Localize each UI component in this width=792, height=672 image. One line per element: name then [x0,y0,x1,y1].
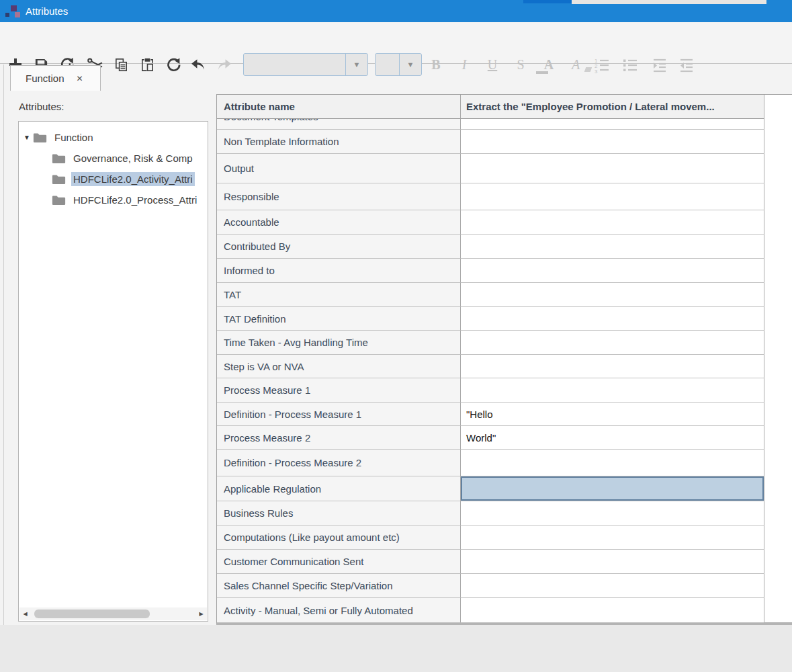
attribute-name-cell[interactable]: Contributed By [217,235,461,259]
font-size-select[interactable]: ▼ [375,53,422,76]
tab-function[interactable]: Function ✕ [10,65,101,91]
attributes-window: Attributes [0,0,792,672]
scroll-right-icon[interactable]: ▶ [195,607,207,620]
attribute-value-cell[interactable] [461,119,764,130]
attribute-name-cell[interactable]: Business Rules [217,501,461,526]
tree-item-governance[interactable]: Governance, Risk & Comp [19,148,208,169]
undo-button[interactable] [187,54,208,75]
attribute-value-cell[interactable] [461,210,764,235]
bold-button[interactable]: B [425,53,447,76]
table-row-selected: Applicable Regulation [217,476,764,501]
tab-label: Function [26,73,64,84]
table-row: Sales Channel Specific Step/Variation [217,574,764,598]
table-row: Customer Communication Sent [217,550,764,574]
attribute-name-cell[interactable]: Process Measure 1 [217,378,461,403]
attribute-value-cell[interactable] [461,501,764,526]
folder-icon [52,153,66,164]
strikethrough-button[interactable]: S [509,53,532,76]
attribute-value-cell[interactable] [461,183,764,210]
tree-horizontal-scrollbar[interactable]: ◀ ▶ [19,607,207,620]
attribute-name-cell[interactable]: Process Measure 2 [217,426,461,450]
redo-button[interactable] [214,54,235,75]
attribute-value-cell[interactable] [461,598,764,623]
attribute-name-cell[interactable]: Document Templates [217,119,461,130]
paste-icon [140,57,155,73]
indent-icon [652,57,668,73]
attribute-name-cell[interactable]: Computations (Like payout amount etc) [217,526,461,550]
attribute-name-cell[interactable]: Definition - Process Measure 2 [217,450,461,476]
table-row: Contributed By [217,235,764,259]
scrollbar-thumb[interactable] [34,610,150,618]
attribute-name-cell[interactable]: Applicable Regulation [217,476,461,501]
attribute-value-cell[interactable] [461,526,764,550]
attribute-value-cell[interactable] [461,331,764,355]
scrollbar-track[interactable] [31,607,195,620]
font-color-button[interactable]: A [537,53,560,76]
column-header-attribute-name[interactable]: Attribute name [217,95,461,119]
attribute-name-cell[interactable]: Informed to [217,259,461,283]
clear-formatting-button[interactable]: A [564,53,587,76]
attribute-name-cell[interactable]: Responsible [217,183,461,210]
attribute-name-cell[interactable]: TAT Definition [217,307,461,331]
table-row: Step is VA or NVA [217,355,764,378]
attribute-value-cell[interactable] [461,450,764,476]
background-window-blue-strip [523,0,572,3]
attributes-tree: ▼ Function Governance, Risk & Comp HDFCL… [18,121,208,622]
attribute-table: Attribute name Extract the "Employee Pro… [216,94,792,625]
paste-button[interactable] [136,54,158,75]
attribute-name-cell[interactable]: Step is VA or NVA [217,355,461,378]
table-row: Business Rules [217,501,764,526]
attribute-name-cell[interactable]: Definition - Process Measure 1 [217,403,461,426]
table-row: Responsible [217,183,764,210]
tree-item-label: HDFCLife2.0_Process_Attri [71,193,199,207]
attribute-value-cell[interactable] [461,378,764,403]
attribute-name-cell[interactable]: Non Template Information [217,130,461,154]
attribute-value-cell[interactable] [461,235,764,259]
attribute-value-cell[interactable] [461,154,764,183]
bullet-list-icon [622,57,638,73]
copy-icon [114,57,129,73]
folder-icon [52,195,66,206]
attribute-value-cell[interactable] [461,130,764,154]
font-family-select[interactable]: ▼ [243,53,368,76]
folder-icon [33,132,47,143]
outdent-icon [678,57,695,73]
indent-button[interactable] [649,54,670,76]
svg-text:3: 3 [595,69,598,73]
table-row: Accountable [217,210,764,235]
bullet-list-button[interactable] [619,54,641,76]
copy-button[interactable] [110,54,132,75]
attribute-value-cell[interactable] [461,307,764,331]
window-title: Attributes [26,5,68,17]
attribute-value-cell[interactable] [461,550,764,574]
column-header-value[interactable]: Extract the "Employee Promotion / Latera… [461,95,764,119]
attribute-value-cell-selected[interactable] [461,476,764,501]
attribute-value-cell[interactable] [461,574,764,598]
table-row: Output [217,154,764,183]
attribute-value-cell[interactable]: "Hello [461,403,764,426]
italic-button[interactable]: I [453,53,476,76]
attribute-name-cell[interactable]: Accountable [217,210,461,235]
attribute-name-cell[interactable]: Time Taken - Avg Handling Time [217,331,461,355]
scroll-left-icon[interactable]: ◀ [19,607,31,620]
attribute-value-cell[interactable] [461,283,764,307]
attribute-name-cell[interactable]: Sales Channel Specific Step/Variation [217,574,461,598]
expander-down-icon[interactable]: ▼ [24,134,33,141]
attribute-name-cell[interactable]: TAT [217,283,461,307]
chevron-down-icon: ▼ [399,54,421,75]
underline-button[interactable]: U [481,53,504,76]
tree-item-process-attributes[interactable]: HDFCLife2.0_Process_Attri [19,190,208,210]
tab-close-icon[interactable]: ✕ [77,74,83,83]
attribute-name-cell[interactable]: Customer Communication Sent [217,550,461,574]
outdent-button[interactable] [676,54,697,76]
refresh-button[interactable] [163,54,184,75]
attribute-name-cell[interactable]: Activity - Manual, Semi or Fully Automat… [217,598,461,623]
tree-item-activity-attributes[interactable]: HDFCLife2.0_Activity_Attri [19,169,208,190]
attribute-value-cell[interactable]: World" [461,426,764,450]
numbered-list-button[interactable]: 1 2 3 [591,54,613,76]
attribute-name-cell[interactable]: Output [217,154,461,183]
attribute-value-cell[interactable] [461,259,764,283]
table-row: Activity - Manual, Semi or Fully Automat… [217,598,764,623]
tree-item-function[interactable]: ▼ Function [19,127,208,148]
attribute-value-cell[interactable] [461,355,764,378]
